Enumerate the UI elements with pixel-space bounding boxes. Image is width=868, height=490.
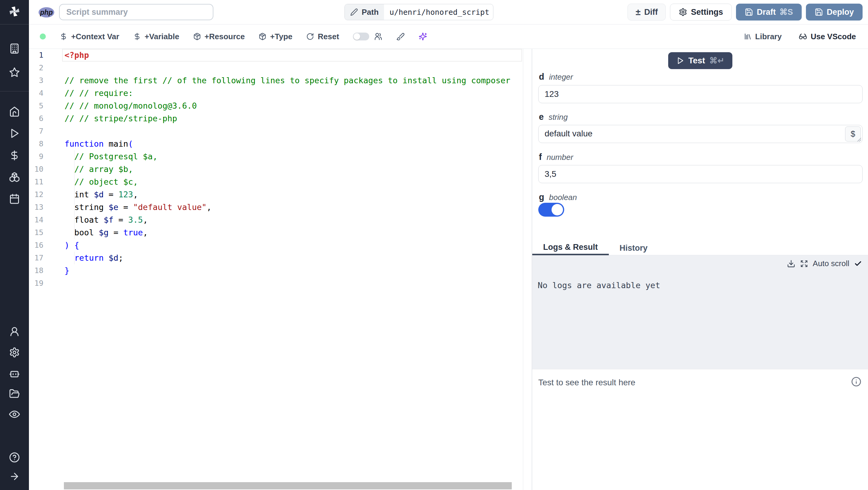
code-line[interactable]: // // monolog/monolog@3.6.0 (64, 99, 523, 112)
add-resource-button[interactable]: +Resource (193, 32, 245, 41)
code-line[interactable]: ) { (64, 239, 523, 252)
sidebar-divider (0, 91, 29, 91)
tab-label: Logs & Result (543, 242, 598, 252)
multiplayer-toggle[interactable] (353, 33, 369, 40)
editor-code[interactable]: <?php// remove the first // of the follo… (29, 49, 523, 290)
field-label-e: e string (539, 112, 568, 122)
code-line[interactable]: // // require: (64, 87, 523, 99)
no-logs-message: No logs are available yet (538, 281, 660, 290)
sidebar-item-variables[interactable] (7, 148, 22, 163)
use-vscode-label: Use VScode (811, 32, 856, 41)
code-line[interactable]: // object $c, (64, 176, 523, 188)
add-type-button[interactable]: +Type (258, 32, 292, 41)
draft-button-label: Draft (757, 7, 776, 17)
download-logs-icon[interactable] (787, 259, 795, 268)
path-label-section: Path (345, 4, 384, 20)
library-label: Library (755, 32, 782, 41)
settings-button-label: Settings (691, 7, 723, 17)
sidebar-item-resources[interactable] (7, 170, 22, 184)
draft-button[interactable]: Draft ⌘S (736, 4, 802, 21)
sidebar-item-user[interactable] (7, 324, 22, 339)
expand-logs-icon[interactable] (800, 260, 808, 268)
logs-controls: Auto scroll (787, 259, 862, 268)
toggle-knob (353, 33, 360, 40)
boolean-toggle-on[interactable] (538, 203, 564, 217)
tab-logs-and-result[interactable]: Logs & Result (532, 241, 609, 255)
code-line[interactable]: // // stripe/stripe-php (64, 112, 523, 125)
code-line[interactable]: int $d = 123, (64, 188, 523, 201)
save-icon (745, 8, 753, 16)
sidebar-item-help[interactable] (7, 450, 22, 465)
settings-button[interactable]: Settings (670, 4, 732, 21)
field-type: string (549, 113, 568, 122)
script-summary-input[interactable] (59, 4, 213, 20)
horizontal-scrollbar[interactable] (64, 482, 512, 489)
sidebar-item-schedules[interactable] (7, 192, 22, 206)
reset-button[interactable]: Reset (306, 32, 339, 41)
add-variable-button[interactable]: +Variable (133, 32, 179, 41)
code-line[interactable] (64, 62, 523, 74)
sidebar-expand-button[interactable] (7, 469, 22, 484)
sidebar-item-runs[interactable] (7, 126, 22, 141)
code-line[interactable]: // remove the first // of the following … (64, 74, 523, 87)
windmill-script-editor: php Path u/henri/honored_script ± Diff S… (0, 0, 868, 490)
code-line[interactable]: string $e = "default value", (64, 201, 523, 213)
code-line[interactable]: return $d; (64, 252, 523, 264)
test-button-label: Test (688, 56, 705, 65)
code-line[interactable]: <?php (64, 49, 523, 62)
code-line[interactable]: function main( (64, 138, 523, 150)
sidebar-item-workspace[interactable] (7, 41, 22, 56)
add-context-var-button[interactable]: +Context Var (60, 32, 119, 41)
pencil-icon (350, 8, 358, 16)
add-context-var-label: +Context Var (71, 32, 119, 41)
gear-icon (679, 8, 687, 16)
code-line[interactable]: float $f = 3.5, (64, 213, 523, 226)
sidebar-item-settings[interactable] (7, 345, 22, 359)
resize-handle-icon[interactable] (857, 137, 862, 142)
code-line[interactable]: // array $b, (64, 163, 523, 176)
test-shortcut: ⌘↵ (709, 56, 724, 65)
use-vscode-button[interactable]: Use VScode (799, 32, 856, 41)
auto-scroll-label: Auto scroll (813, 259, 849, 268)
sidebar (0, 0, 29, 490)
auto-scroll-checkbox[interactable] (854, 260, 862, 268)
sidebar-item-favorites[interactable] (7, 65, 22, 80)
code-line[interactable]: // Postgresql $a, (64, 150, 523, 163)
code-editor[interactable]: 12345678910111213141516171819 <?php// re… (29, 49, 523, 490)
sidebar-item-folders[interactable] (7, 386, 22, 401)
field-input-d[interactable] (538, 85, 863, 103)
code-line[interactable]: bool $g = true, (64, 226, 523, 239)
field-name: f (539, 152, 542, 162)
info-icon[interactable] (851, 377, 861, 387)
diff-button[interactable]: ± Diff (627, 4, 666, 21)
code-line[interactable] (64, 125, 523, 138)
sidebar-item-audit-logs[interactable] (7, 407, 22, 422)
path-field[interactable]: Path u/henri/honored_script (344, 4, 493, 20)
field-label-f: f number (539, 152, 573, 162)
topbar: php Path u/henri/honored_script ± Diff S… (29, 0, 868, 24)
format-code-button[interactable] (396, 32, 405, 41)
deploy-button[interactable]: Deploy (806, 4, 863, 21)
toggle-knob (552, 204, 563, 215)
windmill-logo-icon[interactable] (7, 4, 22, 19)
code-line[interactable] (64, 277, 523, 290)
code-line[interactable]: } (64, 264, 523, 277)
library-button[interactable]: Library (744, 32, 782, 41)
sidebar-item-home[interactable] (7, 105, 22, 119)
field-input-e[interactable]: default value (538, 125, 863, 143)
field-type: number (547, 153, 573, 162)
tab-history[interactable]: History (609, 241, 658, 255)
result-tabs: Logs & Result History (532, 241, 868, 255)
field-input-f[interactable] (538, 165, 863, 183)
editor-toolbar: +Context Var +Variable +Resource +Type R… (29, 24, 868, 49)
add-resource-label: +Resource (205, 32, 245, 41)
ai-sparkles-button[interactable] (418, 32, 427, 41)
sidebar-item-workers[interactable] (7, 366, 22, 380)
logs-area: Auto scroll No logs are available yet (532, 255, 868, 369)
field-input-e-wrap: default value $ (538, 125, 863, 143)
path-value[interactable]: u/henri/honored_script (384, 4, 493, 20)
test-panel: Test ⌘↵ d integer e string default value… (532, 49, 868, 490)
language-badge-label: php (40, 8, 53, 17)
test-button[interactable]: Test ⌘↵ (668, 52, 733, 69)
add-type-label: +Type (270, 32, 292, 41)
